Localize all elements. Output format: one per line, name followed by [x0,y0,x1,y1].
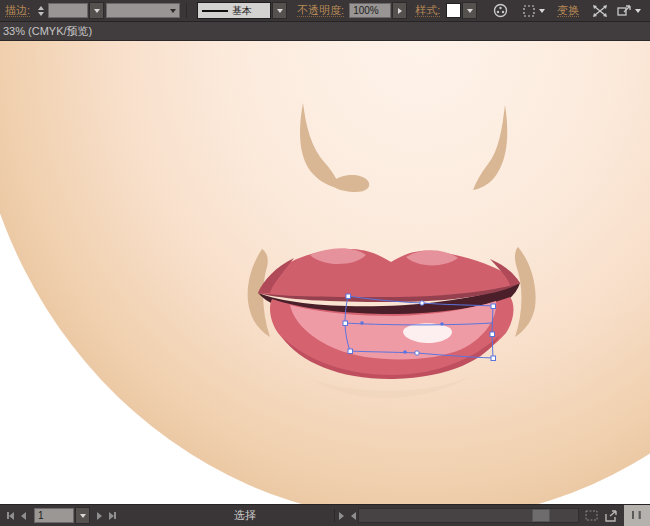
first-artboard-button[interactable] [7,512,14,520]
chevron-down-icon [277,9,283,13]
chevron-down-icon [170,9,176,13]
previous-artboard-button[interactable] [21,512,26,520]
corner-block [624,505,650,526]
artboard-dropdown[interactable] [75,507,90,524]
chevron-down-icon [467,9,473,13]
align-icon[interactable] [592,4,608,18]
transform-link[interactable]: 变换 [557,5,579,17]
stepper-down-icon[interactable] [38,12,44,16]
upper-lip-shape[interactable] [258,248,520,302]
opacity-link[interactable]: 不透明度: [297,5,344,17]
horizontal-scrollbar[interactable] [344,505,579,526]
artboard-canvas[interactable] [0,41,650,506]
next-artboard-button[interactable] [97,512,102,520]
brush-definition-dropdown[interactable]: 基本 [197,2,271,19]
width-profile-dropdown[interactable] [106,3,180,18]
recolor-artwork-icon[interactable] [493,3,508,18]
control-bar: 描边: 基本 不透明度: 100% 样式: 变换 [0,0,650,22]
last-artboard-button[interactable] [109,512,116,520]
triangle-left-icon [21,512,26,520]
stroke-link[interactable]: 描边: [5,5,30,17]
artboard-grid-icon[interactable] [585,510,598,521]
nose-shape[interactable] [300,103,507,192]
bar-icon [114,512,116,519]
face-artwork [0,41,650,506]
divider [186,3,187,18]
artboard-number-field[interactable]: 1 [34,508,74,523]
style-dropdown[interactable] [462,2,477,19]
opacity-expand-button[interactable] [392,2,407,19]
stepper-up-icon[interactable] [38,6,44,10]
triangle-left-icon [351,512,356,520]
brush-definition-arrow[interactable] [272,2,287,19]
stroke-weight-stepper[interactable] [35,3,46,18]
share-icon[interactable] [604,510,618,522]
current-tool-status: 选择 [234,508,256,523]
document-title: 33% (CMYK/预览) [3,24,92,39]
chevron-down-icon [635,9,641,13]
stroke-weight-dropdown[interactable] [89,2,104,19]
style-swatch[interactable] [446,3,461,18]
stroke-weight-field[interactable] [48,3,88,18]
select-similar-icon[interactable] [522,4,545,18]
triangle-right-icon [97,512,102,520]
scrollbar-track[interactable] [358,508,579,523]
document-title-bar: 33% (CMYK/预览) [0,22,650,41]
chin-shadow-shape[interactable] [312,377,468,398]
stroke-preview-icon [202,10,228,12]
chevron-down-icon [539,9,545,13]
opacity-field[interactable]: 100% [349,3,391,18]
status-bar: 1 选择 [0,504,650,526]
scrollbar-thumb[interactable] [532,509,550,522]
chevron-right-icon [398,8,402,14]
triangle-left-icon [9,512,14,520]
style-link[interactable]: 样式: [415,5,440,17]
chevron-down-icon [94,9,100,13]
brush-definition-label: 基本 [232,4,252,18]
scroll-left-button[interactable] [351,512,356,520]
divider [334,509,335,522]
isolate-selection-icon[interactable] [616,4,641,18]
chevron-down-icon [80,514,86,518]
